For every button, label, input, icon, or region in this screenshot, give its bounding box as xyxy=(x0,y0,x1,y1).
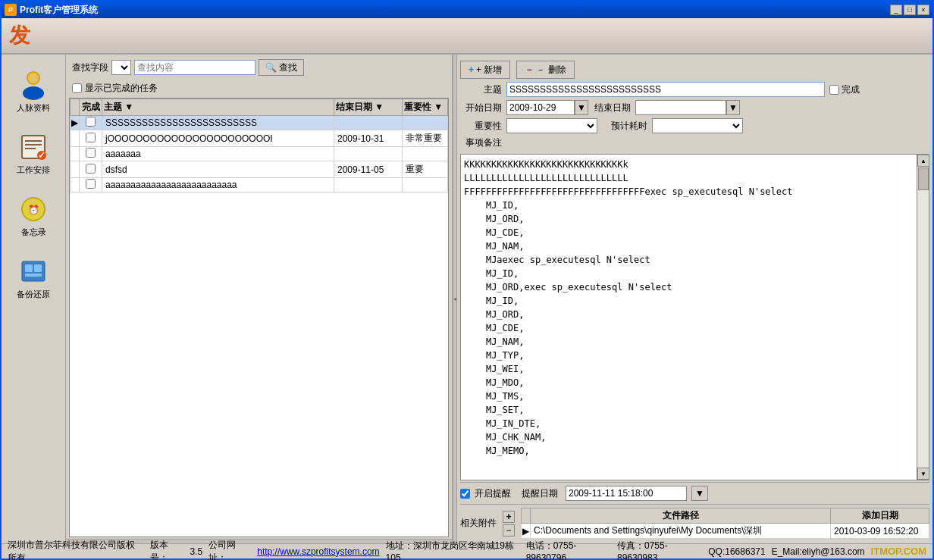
reminder-date-picker[interactable]: ▼ xyxy=(691,486,708,501)
task-subject: jOOOOOOOOOOOOOOOOOOOOOOOI xyxy=(102,130,334,147)
attachment-col-date: 添加日期 xyxy=(831,508,929,524)
sidebar-item-backup[interactable]: 备份还原 xyxy=(5,249,62,307)
task-priority: 非常重要 xyxy=(403,130,448,147)
person-icon xyxy=(17,69,49,101)
task-complete-checkbox[interactable] xyxy=(86,179,96,189)
attachment-path: C:\Documents and Settings\qinyufei\My Do… xyxy=(531,524,831,539)
complete-checkbox[interactable] xyxy=(829,85,839,95)
attachment-label: 相关附件 xyxy=(460,517,497,530)
close-button[interactable]: × xyxy=(917,5,929,15)
memo-text[interactable]: KKKKKKKKKKKKKKKKKKKKKKKKKKKKKk LLLLLLLLL… xyxy=(461,155,917,480)
scroll-up-btn[interactable]: ▲ xyxy=(917,155,929,167)
website-label: 公司网址： xyxy=(208,539,251,561)
show-completed-label: 显示已完成的任务 xyxy=(85,82,158,95)
search-bar: 查找字段 🔍 查找 xyxy=(66,55,452,80)
search-input[interactable] xyxy=(134,60,255,75)
task-complete-checkbox[interactable] xyxy=(86,148,96,158)
end-date-picker[interactable]: ▼ xyxy=(726,100,740,115)
svg-text:⏰: ⏰ xyxy=(28,204,39,215)
start-date-field: ▼ xyxy=(506,100,588,115)
phone-text: 电话：0755-89630796 xyxy=(526,540,611,560)
scroll-down-btn[interactable]: ▼ xyxy=(917,468,929,480)
sidebar-item-beiji[interactable]: ⏰ 备忘录 xyxy=(5,186,62,245)
col-end-date[interactable]: 结束日期 ▼ xyxy=(334,99,403,116)
address-text: 地址：深圳市龙岗区华南城19栋105 xyxy=(386,540,520,560)
task-complete-checkbox[interactable] xyxy=(86,133,96,142)
svg-rect-14 xyxy=(25,274,42,277)
add-icon: + xyxy=(469,64,474,75)
content-area: 查找字段 🔍 查找 显示已完成的任务 xyxy=(66,55,932,543)
search-field-select[interactable] xyxy=(111,60,131,75)
col-priority[interactable]: 重要性 ▼ xyxy=(403,99,448,116)
col-subject[interactable]: 主题 ▼ xyxy=(102,99,334,116)
statusbar: 深圳市普尔菲科技有限公司版权所有 版本号： 3.5 公司网址： http://w… xyxy=(2,543,932,558)
task-subject: SSSSSSSSSSSSSSSSSSSSSSSSS xyxy=(102,116,334,130)
remove-attachment-button[interactable]: − xyxy=(503,524,515,537)
end-date-input[interactable] xyxy=(635,100,726,115)
start-date-picker[interactable]: ▼ xyxy=(575,100,588,115)
left-panel: 查找字段 🔍 查找 显示已完成的任务 xyxy=(66,55,453,543)
work-icon: ✓ xyxy=(17,131,49,163)
start-date-input[interactable] xyxy=(506,100,575,115)
detail-toolbar: + + 新增 － － 删除 xyxy=(460,58,929,82)
task-end-date xyxy=(334,116,403,130)
task-subject: aaaaaaaaaaaaaaaaaaaaaaaaaa xyxy=(102,178,334,192)
task-table[interactable]: 完成 主题 ▼ 结束日期 ▼ 重要性 ▼ ▶SSSSSSSSSSSSSSSSSS… xyxy=(69,98,449,537)
sidebar-label-gongzuo: 工作安排 xyxy=(17,164,50,176)
attachment-table: 文件路径 添加日期 ▶ C:\Documents and Settings\qi… xyxy=(521,508,929,539)
reminder-label: 开启提醒 xyxy=(475,487,511,500)
reminder-date-input[interactable] xyxy=(566,486,687,501)
estimated-time-select[interactable] xyxy=(652,118,743,133)
task-end-date xyxy=(334,147,403,161)
task-subject: aaaaaaa xyxy=(102,147,334,161)
subject-label: 主题 xyxy=(460,83,502,96)
svg-rect-6 xyxy=(25,148,36,149)
scroll-track xyxy=(917,167,929,468)
attachment-section: 相关附件 + − 文件路径 添加日期 xyxy=(460,504,929,540)
sidebar-item-renmai[interactable]: 人脉资料 xyxy=(5,62,62,120)
sidebar-label-beiji: 备忘录 xyxy=(21,227,46,238)
task-complete-checkbox[interactable] xyxy=(86,164,96,174)
svg-rect-12 xyxy=(25,264,33,272)
company-text: 深圳市普尔菲科技有限公司版权所有 xyxy=(8,539,144,561)
titlebar-left: P Profit客户管理系统 xyxy=(5,4,98,17)
add-button[interactable]: + + 新增 xyxy=(460,61,510,79)
task-complete-checkbox[interactable] xyxy=(86,117,96,127)
task-end-date: 2009-11-05 xyxy=(334,161,403,178)
reminder-checkbox[interactable] xyxy=(460,489,470,499)
complete-label: 完成 xyxy=(842,83,860,96)
right-panel: + + 新增 － － 删除 主题 完成 xyxy=(457,55,932,543)
search-button[interactable]: 🔍 查找 xyxy=(259,59,304,76)
task-priority: 重要 xyxy=(403,161,448,178)
attachment-date: 2010-03-09 16:52:20 xyxy=(831,524,929,539)
search-icon: 🔍 xyxy=(265,62,277,73)
start-date-label: 开始日期 xyxy=(460,102,502,114)
subject-row: 主题 完成 xyxy=(460,82,929,97)
attachment-header: 相关附件 + − 文件路径 添加日期 xyxy=(460,508,929,539)
sidebar-label-backup: 备份还原 xyxy=(17,289,50,300)
website-link[interactable]: http://www.szprofitsystem.com xyxy=(257,546,379,557)
version-label: 版本号： xyxy=(150,539,184,561)
sidebar-label-renmai: 人脉资料 xyxy=(17,102,50,114)
minimize-button[interactable]: _ xyxy=(890,5,902,15)
subject-input[interactable] xyxy=(506,82,825,97)
end-date-label: 结束日期 xyxy=(593,102,631,114)
delete-button[interactable]: － － 删除 xyxy=(516,61,574,79)
memo-scrollbar[interactable]: ▲ ▼ xyxy=(917,155,929,480)
reminder-row: 开启提醒 提醒日期 ▼ xyxy=(460,482,929,504)
maximize-button[interactable]: □ xyxy=(904,5,916,15)
dates-row: 开始日期 ▼ 结束日期 ▼ xyxy=(460,100,929,115)
col-complete: 完成 xyxy=(80,99,102,116)
scroll-thumb[interactable] xyxy=(918,167,929,190)
priority-select[interactable]: 非常重要 重要 一般 xyxy=(506,118,597,133)
task-priority xyxy=(403,147,448,161)
show-completed-checkbox[interactable] xyxy=(72,83,82,93)
memo-icon: ⏰ xyxy=(17,193,49,225)
memo-container: KKKKKKKKKKKKKKKKKKKKKKKKKKKKKk LLLLLLLLL… xyxy=(460,154,929,480)
add-attachment-button[interactable]: + xyxy=(503,511,515,523)
delete-icon: － xyxy=(525,64,534,77)
svg-rect-4 xyxy=(25,140,42,142)
task-end-date xyxy=(334,178,403,192)
sidebar-item-gongzuo[interactable]: ✓ 工作安排 xyxy=(5,124,62,183)
svg-point-1 xyxy=(23,86,44,100)
